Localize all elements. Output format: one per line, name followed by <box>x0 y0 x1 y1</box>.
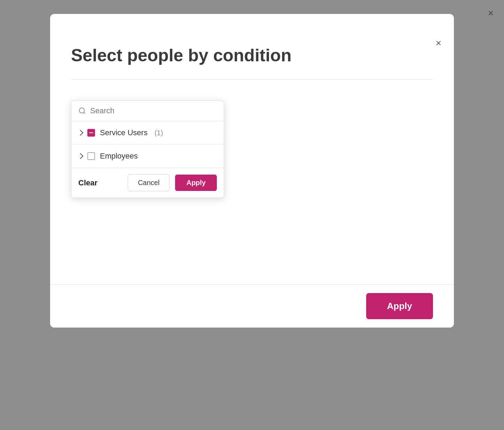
checkbox-employees[interactable] <box>87 152 95 160</box>
modal-close-icon: × <box>436 38 441 49</box>
cancel-button-dropdown[interactable]: Cancel <box>128 174 170 191</box>
apply-button-main[interactable]: Apply <box>366 293 433 319</box>
svg-line-1 <box>84 112 85 114</box>
apply-button-dropdown[interactable]: Apply <box>175 175 217 191</box>
select-people-modal: Select people by condition × <box>50 28 454 328</box>
chevron-right-icon <box>78 130 84 136</box>
modal-footer: Apply <box>50 284 454 328</box>
dropdown-footer: Clear Cancel Apply <box>71 168 224 198</box>
search-input[interactable] <box>90 106 217 115</box>
condition-dropdown-panel: Service Users (1) Employees Clear Cancel… <box>71 100 224 198</box>
list-item-employees[interactable]: Employees <box>71 145 224 168</box>
chevron-right-icon-employees <box>78 153 84 159</box>
search-icon <box>78 107 86 115</box>
dropdown-list: Service Users (1) Employees <box>71 121 224 168</box>
modal-close-button[interactable]: × <box>432 36 446 50</box>
modal-body: Service Users (1) Employees Clear Cancel… <box>50 79 454 97</box>
checkbox-indeterminate-service-users[interactable] <box>87 129 95 137</box>
modal-header: Select people by condition × <box>50 28 454 76</box>
viewport-close-button[interactable]: × <box>484 6 498 20</box>
modal-title: Select people by condition <box>71 45 433 66</box>
service-users-label: Service Users <box>100 128 148 137</box>
list-item-service-users[interactable]: Service Users (1) <box>71 121 224 145</box>
dropdown-search-container <box>71 101 224 121</box>
modal-divider <box>71 79 433 80</box>
clear-button[interactable]: Clear <box>78 178 97 187</box>
service-users-count: (1) <box>155 129 163 137</box>
employees-label: Employees <box>100 152 138 161</box>
viewport-close-icon: × <box>488 8 494 19</box>
svg-point-0 <box>79 108 85 113</box>
